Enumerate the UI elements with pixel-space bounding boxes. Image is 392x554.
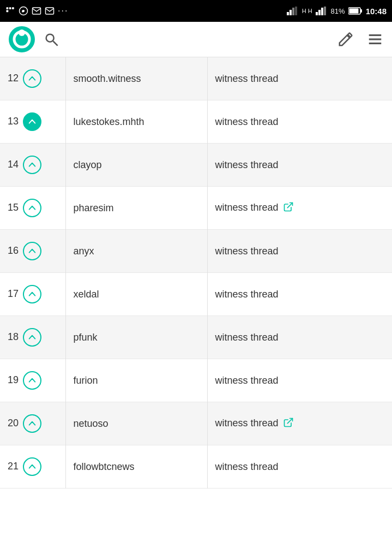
vote-button[interactable] [23,371,41,390]
chevron-up-icon [28,376,37,385]
witness-name[interactable]: clayop [65,144,207,187]
svg-rect-3 [7,10,9,13]
rank-cell: 14 [0,144,65,187]
vote-button[interactable] [23,242,41,260]
notification-icon [5,6,15,16]
table-row: 17 xeldalwitness thread [0,273,392,316]
rank-number: 19 [8,374,19,385]
rank-cell: 21 [0,445,65,489]
table-row: 20 netuosowitness thread [0,402,392,445]
chevron-up-icon [28,160,37,169]
witness-name[interactable]: pfunk [65,316,207,359]
witness-thread-link[interactable]: witness thread [207,402,392,445]
vote-button[interactable] [23,328,41,347]
header-icons [337,31,383,47]
rank-cell: 18 [0,316,65,359]
chevron-up-icon [28,117,37,126]
witness-name[interactable]: smooth.witness [65,57,207,100]
svg-rect-14 [324,7,326,15]
rank-cell: 19 [0,359,65,402]
gmail-icon [32,6,41,16]
table-row: 15 pharesimwitness thread [0,187,392,230]
svg-rect-7 [287,12,289,15]
witness-name[interactable]: xeldal [65,273,207,316]
external-link-icon[interactable] [283,417,294,431]
rank-cell: 12 [0,57,65,100]
chevron-up-icon [28,419,37,428]
svg-rect-16 [360,9,362,13]
header-left [9,26,59,52]
vote-button[interactable] [23,285,41,303]
witness-thread-link[interactable]: witness thread [207,316,392,359]
app-header [0,22,392,57]
svg-line-27 [287,418,292,423]
svg-point-20 [19,29,25,36]
witness-name[interactable]: lukestokes.mhth [65,100,207,144]
vote-button[interactable] [23,457,41,476]
chevron-up-icon [28,74,37,83]
rank-number: 17 [8,288,19,299]
witness-thread-link[interactable]: witness thread [207,273,392,316]
clock-time: 10:48 [366,7,387,16]
vote-button[interactable] [23,112,41,131]
rank-number: 12 [8,73,19,84]
svg-line-26 [287,202,292,207]
rank-cell: 16 [0,230,65,273]
rank-number: 15 [8,202,19,213]
svg-rect-13 [321,8,323,15]
table-row: 14 clayopwitness thread [0,144,392,187]
signal2-icon [316,7,328,15]
witness-thread-link[interactable]: witness thread [207,144,392,187]
rank-cell: 20 [0,402,65,445]
witness-thread-link[interactable]: witness thread [207,445,392,489]
vote-button[interactable] [23,69,41,88]
signal-icon [287,7,299,15]
menu-icon[interactable] [367,31,383,47]
table-row: 18 pfunkwitness thread [0,316,392,359]
svg-rect-9 [292,8,294,15]
svg-rect-17 [349,9,358,14]
chevron-up-icon [28,462,37,471]
svg-rect-1 [9,7,11,9]
svg-point-21 [46,34,54,42]
table-row: 16 anyxwitness thread [0,230,392,273]
battery-icon [348,7,363,15]
chevron-up-icon [28,290,37,299]
witness-name[interactable]: furion [65,359,207,402]
table-row: 12 smooth.witnesswitness thread [0,57,392,100]
app-logo[interactable] [9,26,35,52]
status-right-info: H H 81% 10:48 [287,7,387,16]
search-icon[interactable] [44,32,59,47]
witness-name[interactable]: pharesim [65,187,207,230]
chevron-up-icon [28,204,37,212]
vote-button[interactable] [23,414,41,433]
rank-number: 13 [8,116,19,127]
rank-number: 21 [8,461,19,472]
witness-thread-link[interactable]: witness thread [207,187,392,230]
whatsapp-icon [19,6,28,16]
vote-button[interactable] [23,199,41,217]
svg-rect-0 [7,7,9,9]
table-row: 13 lukestokes.mhthwitness thread [0,100,392,144]
witness-thread-link[interactable]: witness thread [207,57,392,100]
status-bar: ··· H H 81% 10:48 [0,0,392,22]
compose-icon[interactable] [337,31,354,47]
witness-name[interactable]: followbtcnews [65,445,207,489]
witness-name[interactable]: anyx [65,230,207,273]
svg-rect-11 [316,12,318,15]
vote-button[interactable] [23,156,41,174]
chevron-up-icon [28,333,37,342]
rank-number: 14 [8,159,19,170]
status-more: ··· [58,6,68,16]
rank-cell: 13 [0,100,65,144]
witness-thread-link[interactable]: witness thread [207,100,392,144]
chevron-up-icon [28,247,37,255]
external-link-icon[interactable] [283,201,294,215]
rank-cell: 17 [0,273,65,316]
witness-name[interactable]: netuoso [65,402,207,445]
gmail2-icon [45,6,55,16]
rank-number: 16 [8,245,19,256]
rank-number: 20 [8,418,19,428]
witness-thread-link[interactable]: witness thread [207,230,392,273]
witness-thread-link[interactable]: witness thread [207,359,392,402]
